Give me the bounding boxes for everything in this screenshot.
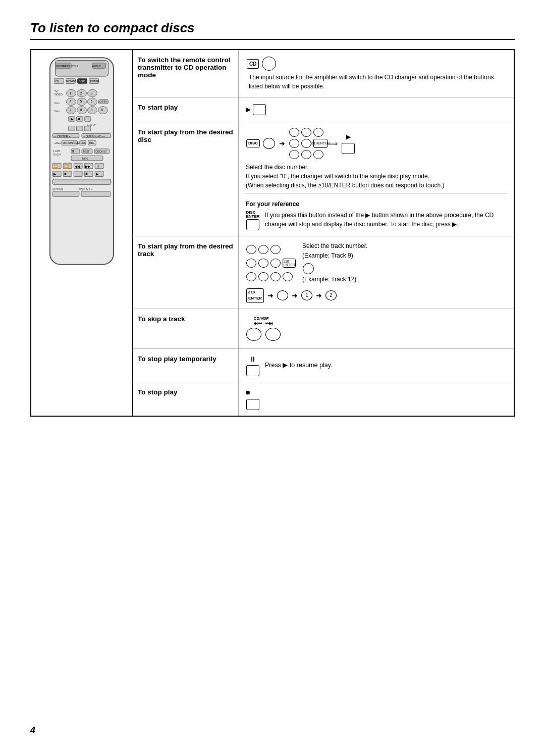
- skip-buttons: CD/VDP⏮◀◀ ▶▶⏭: [246, 316, 507, 341]
- svg-rect-0: [50, 58, 114, 265]
- start-play-label: To start play: [133, 97, 239, 122]
- play-icon: ▶: [246, 105, 251, 115]
- svg-text:VOLUME +: VOLUME +: [79, 188, 93, 191]
- t7: ≥10ENTER: [283, 259, 296, 268]
- svg-text:TEST: TEST: [83, 150, 90, 153]
- desired-track-row: To start play from the desired track: [133, 236, 514, 309]
- play2-icon: ▶: [346, 132, 351, 141]
- svg-rect-95: [52, 191, 79, 197]
- page-number: 4: [30, 725, 35, 736]
- svg-text:CH∨: CH∨: [54, 110, 60, 113]
- seq-btn1: [277, 290, 288, 300]
- reference-title: For your reference: [246, 199, 507, 209]
- skip-track-label: To skip a track: [133, 309, 239, 348]
- track-oval: [303, 263, 314, 274]
- svg-text:— CENTER +: — CENTER +: [53, 135, 70, 138]
- skip-track-content: CD/VDP⏮◀◀ ▶▶⏭: [239, 309, 514, 348]
- t4: [246, 259, 256, 268]
- t5: [258, 259, 268, 268]
- start-play-row: To start play ▶: [133, 97, 514, 122]
- pause-icon: ⏸: [249, 354, 256, 365]
- stop-content: ■: [239, 382, 514, 416]
- cd-mode-content: CD The input source for the amplifier wi…: [239, 50, 514, 97]
- pause-button: [246, 365, 259, 376]
- svg-rect-50: [84, 126, 91, 131]
- svg-text:3: 3: [91, 91, 93, 95]
- svg-text:⏸: ⏸: [86, 117, 89, 121]
- svg-text:■: ■: [78, 117, 80, 121]
- svg-text:AUDIO: AUDIO: [92, 65, 101, 68]
- svg-text:TV/: TV/: [54, 90, 59, 93]
- disc-button-label: DISC: [246, 139, 260, 147]
- svg-text:■: ■: [64, 172, 66, 176]
- cd-mode-row: To switch the remote control transmitter…: [133, 50, 514, 97]
- instructions-column: To switch the remote control transmitter…: [133, 50, 514, 416]
- svg-text:●REC: ●REC: [54, 141, 61, 144]
- svg-text:OFF/ON-DEMO: OFF/ON-DEMO: [63, 141, 81, 144]
- t6: [270, 259, 281, 268]
- svg-text:9: 9: [91, 108, 93, 112]
- seq-btn3: 2: [325, 290, 337, 300]
- svg-text:DISC: DISC: [79, 80, 85, 83]
- num-7: [289, 150, 299, 159]
- svg-text:0: 0: [101, 108, 103, 112]
- num-6: ≥10ENTER: [313, 139, 328, 148]
- pause-row: To stop play temporarily ⏸ Press ▶ to re…: [133, 349, 514, 382]
- num-2: [301, 128, 311, 137]
- disc-button: [263, 138, 275, 149]
- disc-enter-button: [246, 219, 259, 230]
- svg-text:■: ■: [85, 172, 87, 176]
- svg-text:CD: CD: [56, 80, 60, 83]
- desired-disc-row: To start play from the desired disc DISC…: [133, 122, 514, 236]
- svg-text:— SURROUND —: — SURROUND —: [83, 135, 105, 138]
- svg-text:⏩: ⏩: [64, 164, 69, 169]
- svg-rect-49: [77, 126, 83, 131]
- track-num-row2: ≥10ENTER: [246, 258, 296, 268]
- skip-track-row: To skip a track CD/VDP⏮◀◀ ▶▶⏭: [133, 309, 514, 349]
- svg-text:⏸: ⏸: [96, 164, 99, 169]
- track-note-2: (Example: Track 9): [302, 251, 367, 261]
- svg-text:VCR2 VCR1: VCR2 VCR1: [63, 65, 78, 68]
- num-8: [301, 150, 311, 159]
- seq-btn2: 1: [301, 290, 312, 300]
- stop-row: To stop play ■: [133, 382, 514, 416]
- seq-arrow3: ➜: [316, 290, 322, 301]
- disc-note-2: If you select "0", the changer will swit…: [246, 172, 507, 181]
- svg-rect-96: [81, 191, 111, 197]
- desired-track-label: To start play from the desired track: [133, 236, 239, 309]
- t8: [246, 272, 256, 281]
- svg-text:LOG: LOG: [81, 141, 86, 144]
- desired-disc-label: To start play from the desired disc: [133, 122, 239, 236]
- cd-mode-description: The input source for the amplifier will …: [249, 73, 507, 91]
- svg-text:7: 7: [70, 108, 72, 112]
- desired-track-content: ≥10ENTER Select the track n: [239, 236, 514, 309]
- disc-note-3: (When selecting discs, the ≥10/ENTER but…: [246, 181, 507, 190]
- seq-arrow2: ➜: [292, 290, 298, 301]
- svg-text:TAPE: TAPE: [82, 157, 89, 160]
- svg-text:VIDEO: VIDEO: [54, 93, 62, 96]
- svg-text:TV/CH: TV/CH: [52, 154, 61, 157]
- skip-label: CD/VDP⏮◀◀ ▶▶⏭: [254, 316, 274, 326]
- stop-icon: ■: [246, 387, 250, 398]
- num-5: [301, 139, 311, 148]
- svg-text:▶▶: ▶▶: [85, 164, 91, 169]
- svg-text:⏪: ⏪: [53, 164, 59, 169]
- svg-text:6: 6: [91, 100, 93, 104]
- disc-enter-label: DISCENTER: [246, 211, 259, 219]
- t9: [258, 272, 268, 281]
- svg-text:CH∧: CH∧: [54, 102, 60, 105]
- reference-section: For your reference DISCENTER If you pres…: [246, 193, 507, 231]
- arrow2-icon: ⟹: [328, 138, 338, 149]
- start-play-content: ▶: [239, 97, 514, 122]
- num-1: [289, 128, 299, 137]
- pause-description: Press ▶ to resume play.: [265, 361, 332, 370]
- pause-content: ⏸ Press ▶ to resume play.: [239, 349, 514, 382]
- stop-label: To stop play: [133, 382, 239, 416]
- remote-control-image: POWER AUDIO VCR2 VCR1 CD MONITOR DISC EN…: [31, 50, 133, 416]
- play-button: [253, 104, 266, 115]
- track-note-1: Select the track number.: [302, 241, 367, 251]
- main-content-table: POWER AUDIO VCR2 VCR1 CD MONITOR DISC EN…: [30, 49, 515, 417]
- svg-text:2: 2: [80, 91, 82, 95]
- page-title: To listen to compact discs: [30, 20, 515, 40]
- svg-text:T-ANT: T-ANT: [52, 149, 61, 153]
